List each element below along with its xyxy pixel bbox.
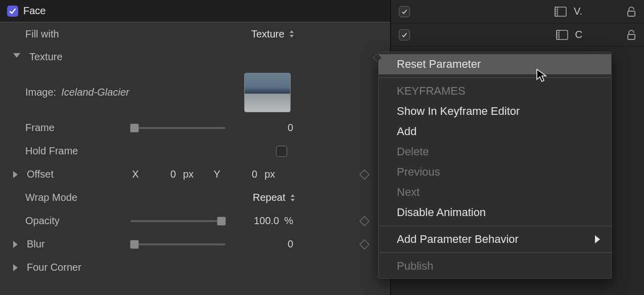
offset-x-value[interactable]: 0 bbox=[146, 168, 176, 180]
menu-show-in-keyframe-editor[interactable]: Show In Keyframe Editor bbox=[379, 101, 611, 121]
frame-label: Frame bbox=[25, 122, 124, 134]
triangle-down-icon bbox=[13, 53, 20, 61]
menu-separator bbox=[379, 77, 611, 78]
fill-with-dropdown[interactable]: Texture bbox=[251, 28, 295, 40]
offset-x-label: X bbox=[130, 168, 141, 180]
context-menu: Reset Parameter KEYFRAMES Show In Keyfra… bbox=[378, 52, 612, 279]
wrap-mode-label: Wrap Mode bbox=[25, 192, 124, 203]
texture-label: Texture bbox=[29, 51, 63, 63]
blur-value[interactable]: 0 bbox=[248, 238, 293, 250]
blur-label: Blur bbox=[27, 238, 112, 250]
submenu-arrow-icon bbox=[595, 235, 600, 243]
keyframe-icon[interactable] bbox=[359, 239, 370, 249]
layer-checkbox[interactable] bbox=[399, 29, 410, 40]
opacity-label: Opacity bbox=[25, 215, 124, 227]
layer-abbrev: V. bbox=[574, 6, 582, 17]
fill-with-row: Fill with Texture bbox=[0, 22, 390, 46]
layer-row[interactable]: C bbox=[391, 23, 644, 47]
four-corner-row: Four Corner bbox=[0, 256, 390, 279]
opacity-slider[interactable] bbox=[130, 220, 225, 222]
menu-separator bbox=[379, 252, 611, 253]
wrap-mode-row: Wrap Mode Repeat bbox=[0, 186, 390, 209]
frame-row: Frame 0 bbox=[0, 116, 390, 140]
stepper-arrows-icon bbox=[290, 193, 296, 202]
keyframe-icon[interactable] bbox=[359, 170, 370, 180]
opacity-value[interactable]: 100.0 bbox=[244, 215, 279, 227]
image-label: Image: bbox=[25, 87, 56, 98]
frame-slider[interactable] bbox=[130, 127, 225, 129]
lock-icon[interactable] bbox=[627, 7, 636, 17]
menu-next-keyframe: Next bbox=[379, 182, 611, 202]
offset-y-unit: px bbox=[264, 168, 275, 180]
layer-checkbox[interactable] bbox=[399, 6, 410, 17]
lock-icon[interactable] bbox=[627, 30, 636, 40]
wrap-mode-value: Repeat bbox=[253, 192, 286, 203]
triangle-right-icon[interactable] bbox=[13, 171, 18, 178]
svg-rect-5 bbox=[628, 11, 635, 16]
offset-y-value[interactable]: 0 bbox=[227, 168, 257, 180]
menu-add-keyframe[interactable]: Add bbox=[379, 121, 611, 142]
menu-delete-keyframe: Delete bbox=[379, 142, 611, 162]
triangle-right-icon[interactable] bbox=[13, 241, 18, 248]
opacity-row: Opacity 100.0 % bbox=[0, 209, 390, 233]
wrap-mode-dropdown[interactable]: Repeat bbox=[253, 192, 296, 203]
four-corner-label: Four Corner bbox=[27, 262, 112, 273]
face-group-header[interactable]: Face bbox=[0, 0, 390, 22]
face-checkbox[interactable] bbox=[7, 6, 18, 17]
offset-label: Offset bbox=[27, 168, 112, 180]
image-name: Iceland-Glacier bbox=[61, 87, 129, 98]
offset-row: Offset X 0 px Y 0 px bbox=[0, 163, 390, 186]
menu-keyframes-header: KEYFRAMES bbox=[379, 81, 611, 101]
menu-previous-keyframe: Previous bbox=[379, 162, 611, 182]
offset-y-label: Y bbox=[212, 168, 222, 180]
inspector-panel: Face Fill with Texture Texture Image: Ic… bbox=[0, 0, 390, 295]
blur-slider[interactable] bbox=[130, 243, 225, 245]
svg-rect-11 bbox=[628, 34, 635, 39]
film-icon bbox=[556, 30, 568, 40]
film-icon bbox=[555, 7, 567, 17]
stepper-arrows-icon bbox=[289, 29, 295, 38]
layer-row[interactable]: V. bbox=[391, 0, 644, 23]
hold-frame-label: Hold Frame bbox=[25, 145, 124, 157]
layer-abbrev: C bbox=[575, 29, 582, 40]
face-label: Face bbox=[23, 5, 45, 17]
texture-image-row: Image: Iceland-Glacier bbox=[0, 69, 390, 116]
frame-value[interactable]: 0 bbox=[248, 122, 293, 134]
opacity-unit: % bbox=[284, 215, 293, 227]
hold-frame-row: Hold Frame bbox=[0, 140, 390, 163]
menu-separator bbox=[379, 226, 611, 226]
triangle-right-icon[interactable] bbox=[13, 264, 18, 271]
fill-with-value: Texture bbox=[251, 28, 285, 40]
menu-publish: Publish bbox=[379, 256, 611, 276]
blur-row: Blur 0 bbox=[0, 233, 390, 256]
offset-x-unit: px bbox=[183, 168, 194, 180]
menu-add-parameter-behavior[interactable]: Add Parameter Behavior bbox=[379, 229, 611, 249]
menu-reset-parameter[interactable]: Reset Parameter bbox=[379, 54, 611, 74]
texture-group-header[interactable]: Texture bbox=[0, 46, 390, 69]
menu-disable-animation[interactable]: Disable Animation bbox=[379, 202, 611, 223]
fill-with-label: Fill with bbox=[25, 28, 124, 40]
texture-thumbnail[interactable] bbox=[244, 73, 291, 112]
keyframe-icon[interactable] bbox=[359, 216, 370, 226]
hold-frame-checkbox[interactable] bbox=[276, 146, 287, 157]
menu-add-behavior-label: Add Parameter Behavior bbox=[397, 233, 519, 245]
